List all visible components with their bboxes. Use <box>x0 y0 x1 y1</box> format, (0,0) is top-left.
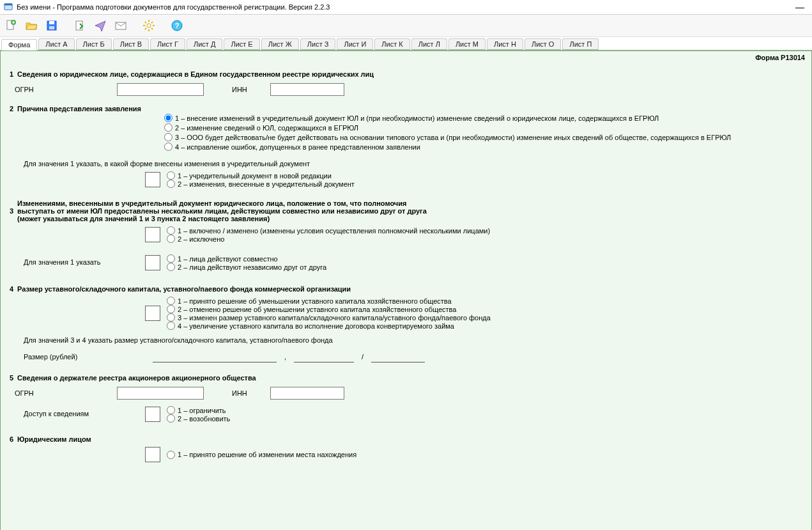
s2-radio-4[interactable] <box>164 143 172 151</box>
s4-label-4: 4 – увеличение уставного капитала во исп… <box>178 322 454 330</box>
section-5-number: 5 <box>4 374 13 382</box>
s4-label-3: 3 – изменен размер уставного капитала/ск… <box>178 314 491 322</box>
tab-11[interactable]: Лист Л <box>411 38 447 50</box>
s6-radio-1[interactable] <box>167 451 175 459</box>
app-icon <box>4 3 13 12</box>
s3a-radio-1[interactable] <box>167 226 175 235</box>
amount-int-input[interactable] <box>153 350 277 362</box>
s5-access-box[interactable] <box>145 407 160 422</box>
section-4-title: Размер уставного/складочного капитала, у… <box>17 285 351 293</box>
s2sub-radio-1[interactable] <box>167 171 175 180</box>
amount-dec-input[interactable] <box>294 350 354 362</box>
ogrn-label: ОГРН <box>15 86 117 93</box>
section-4-box[interactable] <box>145 306 160 321</box>
s6-label-1: 1 – принято решение об изменении места н… <box>178 451 356 458</box>
section-1-number: 1 <box>4 70 13 78</box>
settings-button[interactable] <box>141 17 157 34</box>
section-3b-lead: Для значения 1 указать <box>24 254 145 266</box>
export-button[interactable] <box>72 17 88 34</box>
s2-label-2: 2 – изменение сведений о ЮЛ, содержащихс… <box>175 124 358 132</box>
svg-rect-1 <box>4 4 12 6</box>
svg-point-9 <box>147 24 151 27</box>
ogrn-input[interactable] <box>117 83 204 96</box>
form-code-label: Форма Р13014 <box>0 51 812 61</box>
s4-radio-3[interactable] <box>167 313 175 322</box>
window-title: Без имени - Программа подготовки докумен… <box>17 3 788 11</box>
tab-2[interactable]: Лист Б <box>76 38 112 50</box>
s5-ogrn-input[interactable] <box>117 387 204 400</box>
section-3b-box[interactable] <box>145 255 160 270</box>
amount-label: Размер (рублей) <box>24 353 145 361</box>
s2sub-label-1: 1 – учредительный документ в новой редак… <box>178 172 332 180</box>
s3a-radio-2[interactable] <box>167 235 175 243</box>
tab-7[interactable]: Лист Ж <box>261 38 299 50</box>
s4-radio-2[interactable] <box>167 305 175 313</box>
section-3-title: выступать от имени ЮЛ предоставлены неск… <box>17 207 427 215</box>
s5-inn-label: ИНН <box>232 389 270 397</box>
s5acc-radio-1[interactable] <box>167 406 175 414</box>
section-2-sub-box[interactable] <box>145 172 160 187</box>
s3b-radio-2[interactable] <box>167 263 175 271</box>
window-minimize-button[interactable]: — <box>792 4 808 10</box>
s2-label-4: 4 – исправление ошибок, допущенных в ран… <box>175 143 420 151</box>
tab-12[interactable]: Лист М <box>448 38 486 50</box>
inn-input[interactable] <box>270 83 344 96</box>
s3b-radio-1[interactable] <box>167 254 175 263</box>
new-doc-button[interactable] <box>3 17 19 34</box>
svg-rect-6 <box>49 26 54 29</box>
s2sub-label-2: 2 – изменения, внесенные в учредительный… <box>178 180 355 188</box>
section-3-number: 3 <box>4 207 13 215</box>
tab-9[interactable]: Лист И <box>337 38 373 50</box>
s2-radio-1[interactable] <box>164 114 172 122</box>
s2sub-radio-2[interactable] <box>167 180 175 188</box>
section-6-number: 6 <box>4 435 13 443</box>
send-button[interactable] <box>92 17 109 34</box>
section-6-box[interactable] <box>145 447 160 462</box>
section-5-title: Сведения о держателе реестра акционеров … <box>17 374 256 382</box>
tab-bar: ФормаЛист АЛист БЛист ВЛист ГЛист ДЛист … <box>0 37 812 51</box>
s4-label-1: 1 – принято решение об уменьшении уставн… <box>178 297 452 305</box>
s2-label-1: 1 – внесение изменений в учредительный д… <box>175 114 659 122</box>
help-button[interactable]: ? <box>169 17 185 34</box>
tab-4[interactable]: Лист Г <box>150 38 185 50</box>
tab-1[interactable]: Лист А <box>38 38 74 50</box>
tab-14[interactable]: Лист О <box>525 38 562 50</box>
tab-6[interactable]: Лист Е <box>224 38 259 50</box>
tab-5[interactable]: Лист Д <box>187 38 222 50</box>
open-button[interactable] <box>23 17 40 34</box>
s5acc-label-2: 2 – возобновить <box>178 415 230 423</box>
section-4-subnote: Для значений 3 и 4 указать размер уставн… <box>24 336 808 344</box>
inn-label: ИНН <box>232 86 270 93</box>
tab-10[interactable]: Лист К <box>374 38 410 50</box>
s5-inn-input[interactable] <box>270 387 344 400</box>
amount-denom-input[interactable] <box>371 350 425 362</box>
section-3a-box[interactable] <box>145 227 160 242</box>
s2-radio-3[interactable] <box>164 133 172 141</box>
s3a-label-2: 2 – исключено <box>178 235 224 243</box>
save-button[interactable] <box>43 17 60 34</box>
tab-0[interactable]: Форма <box>1 39 37 51</box>
svg-rect-5 <box>49 21 54 24</box>
s4-radio-1[interactable] <box>167 297 175 305</box>
svg-text:?: ? <box>175 22 180 29</box>
s3a-label-1: 1 – включено / изменено (изменены услови… <box>178 227 490 235</box>
section-1-title: Сведения о юридическом лице, содержащиес… <box>17 70 374 78</box>
tab-13[interactable]: Лист Н <box>487 38 523 50</box>
tab-3[interactable]: Лист В <box>113 38 149 50</box>
amount-slash: / <box>362 353 364 361</box>
tab-15[interactable]: Лист П <box>562 38 599 50</box>
section-2-number: 2 <box>4 105 13 113</box>
s5-ogrn-label: ОГРН <box>15 389 117 397</box>
toolbar: ? <box>0 15 812 37</box>
s4-radio-4[interactable] <box>167 322 175 330</box>
tab-8[interactable]: Лист З <box>300 38 336 50</box>
s3b-label-2: 2 – лица действуют независимо друг от др… <box>178 263 326 271</box>
amount-separator: , <box>284 353 286 361</box>
s3b-label-1: 1 – лица действуют совместно <box>178 255 278 263</box>
section-2-subnote: Для значения 1 указать, в какой форме вн… <box>24 160 808 168</box>
section-3-postline: (может указываться для значений 1 и 3 пу… <box>17 215 808 222</box>
s2-radio-2[interactable] <box>164 123 172 132</box>
section-6-title: Юридическим лицом <box>17 435 91 443</box>
s5acc-radio-2[interactable] <box>167 414 175 423</box>
mail-button[interactable] <box>112 17 129 34</box>
